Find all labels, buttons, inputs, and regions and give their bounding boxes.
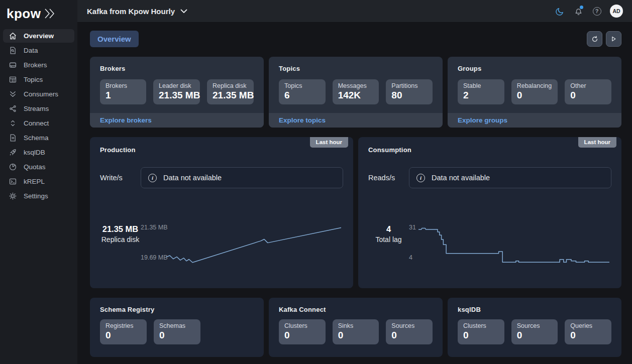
drive-icon (8, 61, 17, 70)
terminal-icon (8, 177, 17, 186)
stat-tile: Registries0 (100, 319, 147, 344)
sidebar-item-label: Topics (24, 76, 43, 83)
sidebar-item-label: Consumers (24, 90, 58, 98)
sidebar-item-label: kREPL (24, 178, 45, 185)
sidebar-item-connect[interactable]: Connect (3, 116, 74, 130)
sidebar-item-ksqldb[interactable]: ksqlDB (3, 146, 74, 159)
schema-registry-card: Schema Registry Registries0 Schemas0 (90, 298, 264, 357)
sidebar-item-label: ksqlDB (24, 149, 45, 156)
explore-brokers-link[interactable]: Explore brokers (100, 116, 152, 124)
ksqldb-card: ksqlDB Clusters0 Sources0 Queries0 (448, 298, 621, 357)
document-icon (8, 134, 17, 143)
total-lag-stat: 4 Total lag (368, 223, 409, 268)
sidebar-item-krepl[interactable]: kREPL (3, 175, 74, 188)
explore-topics-link[interactable]: Explore topics (279, 116, 326, 124)
help-icon[interactable]: ? (591, 6, 602, 17)
sidebar-item-quotas[interactable]: Quotas (3, 160, 74, 174)
kpow-logo: kpow (0, 0, 77, 25)
sidebar-item-schema[interactable]: Schema (3, 131, 74, 145)
sidebar-item-streams[interactable]: Streams (3, 102, 74, 115)
stat-tile: Rebalancing0 (511, 79, 558, 104)
notification-dot (580, 6, 583, 9)
data-not-available-box: i Data not available (141, 167, 343, 188)
stat-tile: Stable2 (458, 79, 504, 104)
sidebar-item-label: Settings (24, 192, 48, 200)
y-max-label: 31 (409, 224, 416, 231)
sidebar-item-settings[interactable]: Settings (3, 189, 74, 203)
integration-row: Schema Registry Registries0 Schemas0 Kaf… (90, 298, 621, 357)
chevron-down-icon (180, 9, 187, 14)
stat-tile: Replica disk21.35 MB (207, 79, 254, 104)
home-icon (8, 32, 17, 41)
explore-groups-link[interactable]: Explore groups (458, 116, 507, 124)
groups-card: Groups Stable2 Rebalancing0 Other0 Explo… (448, 57, 621, 128)
sidebar: kpow Overview Data Brokers Top (0, 0, 77, 364)
replica-disk-stat: 21.35 MB Replica disk (100, 223, 141, 268)
cluster-selector-label: Kafka from Kpow Hourly (87, 7, 175, 16)
main-content: Overview Brokers Brokers1 Leader dis (77, 23, 632, 364)
info-icon: i (148, 174, 157, 182)
sidebar-item-overview[interactable]: Overview (3, 29, 74, 43)
stat-tile: Sinks0 (333, 319, 379, 344)
play-button[interactable] (606, 31, 621, 47)
metric-label: Write/s (100, 174, 141, 182)
refresh-button[interactable] (587, 31, 602, 47)
sidebar-nav: Overview Data Brokers Topics Consumers S… (0, 29, 77, 204)
data-not-available-box: i Data not available (409, 167, 611, 188)
y-min-label: 19.69 MB (141, 254, 168, 261)
sparkline-chart (166, 223, 341, 268)
stat-tile: Sources0 (511, 319, 558, 344)
sidebar-item-label: Quotas (24, 163, 46, 171)
sidebar-item-label: Connect (24, 119, 49, 127)
notifications-bell-icon[interactable] (573, 6, 584, 17)
card-footer: Explore topics (269, 113, 443, 128)
card-title: Production (100, 146, 343, 154)
kpow-logo-chevrons-icon (44, 8, 57, 19)
tab-overview[interactable]: Overview (90, 31, 139, 47)
stat-tile: Brokers1 (100, 79, 146, 104)
card-title: Brokers (100, 65, 254, 72)
y-min-label: 4 (409, 254, 412, 261)
kpow-logo-text: kpow (7, 7, 41, 20)
stat-tile: Other0 (565, 79, 611, 104)
stat-tile: Partitions80 (386, 79, 433, 104)
play-icon (610, 35, 617, 43)
topics-card: Topics Topics6 Messages142K Partitions80… (269, 57, 443, 128)
sidebar-item-label: Schema (24, 134, 49, 142)
card-title: Topics (279, 65, 433, 72)
card-title: Groups (458, 65, 611, 72)
card-title: Kafka Connect (279, 306, 433, 313)
user-avatar[interactable]: AD (610, 5, 623, 18)
metric-label: Reads/s (368, 174, 409, 182)
card-footer: Explore groups (448, 113, 621, 128)
stat-tile: Messages142K (333, 79, 379, 104)
summary-row: Brokers Brokers1 Leader disk21.35 MB Rep… (90, 57, 621, 128)
app-root: kpow Overview Data Brokers Top (0, 0, 632, 364)
brokers-card: Brokers Brokers1 Leader disk21.35 MB Rep… (90, 57, 264, 128)
stat-tile: Topics6 (279, 79, 326, 104)
production-card: Last hour Production Write/s i Data not … (90, 137, 353, 288)
consumption-sparkline: 31 4 (409, 223, 611, 268)
sidebar-item-topics[interactable]: Topics (3, 73, 74, 86)
card-title: Consumption (368, 146, 611, 154)
pie-chart-icon (8, 163, 17, 172)
stat-tile: Sources0 (386, 319, 433, 344)
sidebar-item-consumers[interactable]: Consumers (3, 87, 74, 101)
sidebar-item-label: Streams (24, 105, 49, 112)
production-sparkline: 21.35 MB 19.69 MB (141, 223, 343, 268)
double-chevron-down-icon (8, 90, 17, 99)
stat-tile: Leader disk21.35 MB (153, 79, 200, 104)
stat-tile: Schemas0 (154, 319, 200, 344)
rocket-icon (8, 148, 17, 157)
toolbar: Overview (90, 31, 621, 47)
share-nodes-icon (8, 104, 17, 113)
sparkline-chart (418, 223, 609, 268)
info-icon: i (416, 174, 425, 182)
stat-tile: Clusters0 (458, 319, 504, 344)
sidebar-item-brokers[interactable]: Brokers (3, 58, 74, 72)
sidebar-item-data[interactable]: Data (3, 44, 74, 57)
chevron-up-down-icon (8, 119, 17, 128)
sidebar-item-label: Brokers (24, 61, 47, 69)
cluster-selector[interactable]: Kafka from Kpow Hourly (87, 7, 187, 16)
dark-mode-moon-icon[interactable] (554, 6, 565, 17)
